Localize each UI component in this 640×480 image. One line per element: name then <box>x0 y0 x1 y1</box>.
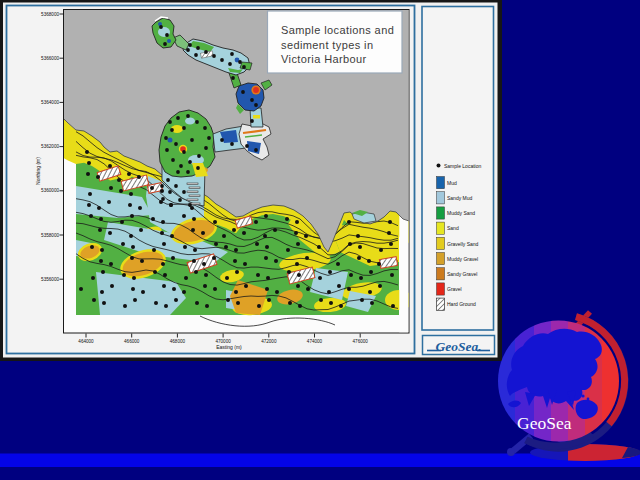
svg-text:Sample Location: Sample Location <box>444 163 481 169</box>
svg-text:5360000: 5360000 <box>41 188 59 193</box>
svg-text:Muddy Gravel: Muddy Gravel <box>447 256 478 262</box>
svg-text:5356000: 5356000 <box>41 277 59 282</box>
svg-text:5364000: 5364000 <box>41 100 59 105</box>
svg-text:468000: 468000 <box>170 339 186 344</box>
svg-text:472000: 472000 <box>261 339 277 344</box>
svg-text:Sand: Sand <box>447 225 459 231</box>
svg-text:Victoria Harbour: Victoria Harbour <box>281 53 367 65</box>
svg-text:474000: 474000 <box>307 339 323 344</box>
svg-text:Northing (m): Northing (m) <box>35 157 41 185</box>
svg-text:Easting (m): Easting (m) <box>216 344 242 350</box>
svg-text:466000: 466000 <box>124 339 140 344</box>
svg-text:Muddy Sand: Muddy Sand <box>447 210 475 216</box>
svg-text:464000: 464000 <box>78 339 94 344</box>
svg-text:5366000: 5366000 <box>41 56 59 61</box>
svg-text:5358000: 5358000 <box>41 233 59 238</box>
svg-text:Sandy Gravel: Sandy Gravel <box>447 271 477 277</box>
svg-text:Mud: Mud <box>447 180 457 186</box>
svg-text:Sandy Mud: Sandy Mud <box>447 195 473 201</box>
svg-text:GeoSea.: GeoSea. <box>435 339 481 354</box>
svg-text:5368000: 5368000 <box>41 12 59 17</box>
svg-text:Gravelly Sand: Gravelly Sand <box>447 241 479 247</box>
svg-text:Gravel: Gravel <box>447 286 462 292</box>
svg-text:sediment types in: sediment types in <box>281 39 373 51</box>
svg-text:Hard Ground: Hard Ground <box>447 301 476 307</box>
svg-text:476000: 476000 <box>353 339 369 344</box>
svg-text:GeoSea: GeoSea <box>517 413 572 433</box>
svg-text:Sample locations and: Sample locations and <box>281 24 394 36</box>
svg-text:5362000: 5362000 <box>41 144 59 149</box>
